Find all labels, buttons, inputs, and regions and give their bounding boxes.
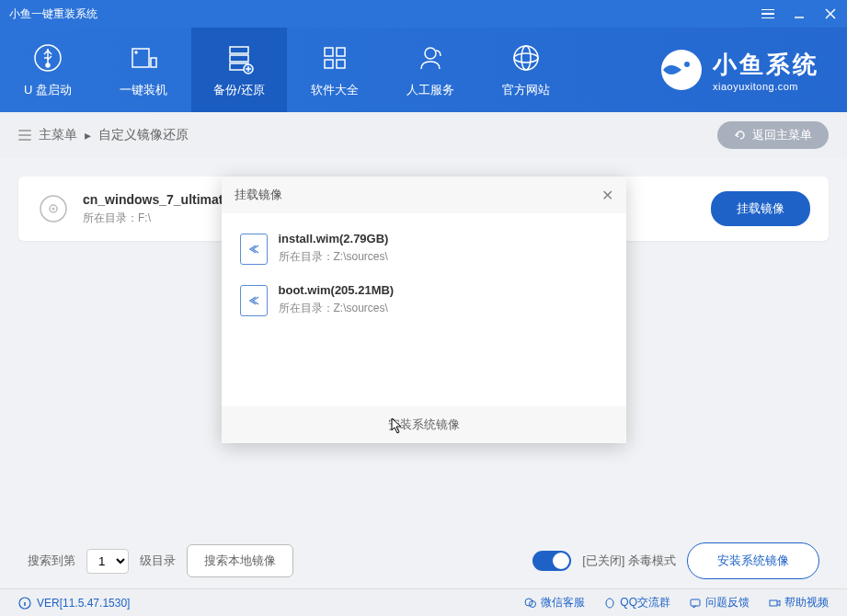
svg-rect-18: [337, 48, 345, 56]
svg-point-23: [514, 53, 538, 63]
svg-point-5: [46, 63, 50, 67]
minimize-button[interactable]: [792, 6, 807, 21]
wim-file-icon: [240, 285, 268, 316]
wim-name: boot.wim(205.21MB): [279, 283, 395, 297]
svg-point-22: [514, 46, 538, 70]
nav-label: 官方网站: [502, 82, 550, 98]
titlebar: 小鱼一键重装系统: [0, 0, 847, 28]
modal-install-button[interactable]: 安装系统镜像: [222, 406, 626, 443]
globe-icon: [509, 41, 543, 74]
usb-icon: [31, 41, 64, 74]
modal-overlay: 挂载镜像 ✕ install.wim(2.79GB) 所在目录：Z:\sourc…: [0, 112, 847, 616]
fish-icon: [659, 48, 704, 92]
nav-label: 软件大全: [311, 82, 359, 98]
nav-website[interactable]: 官方网站: [478, 28, 574, 112]
wim-path: 所在目录：Z:\sources\: [279, 249, 389, 265]
nav-one-click-install[interactable]: 一键装机: [96, 28, 191, 112]
logo-main-text: 小鱼系统: [713, 49, 819, 81]
cursor-icon: [391, 417, 404, 434]
svg-rect-19: [325, 60, 333, 68]
window-title: 小鱼一键重装系统: [9, 6, 97, 22]
close-icon[interactable]: ✕: [601, 187, 613, 204]
window-controls: [761, 6, 838, 21]
modal-header: 挂载镜像 ✕: [222, 177, 626, 213]
nav-label: 备份/还原: [213, 82, 265, 98]
svg-rect-20: [337, 60, 345, 68]
server-icon: [223, 41, 256, 74]
svg-rect-11: [230, 47, 248, 53]
nav-backup-restore[interactable]: 备份/还原: [191, 28, 287, 112]
logo-sub-text: xiaoyuxitong.com: [713, 81, 819, 92]
wim-item[interactable]: boot.wim(205.21MB) 所在目录：Z:\sources\: [222, 274, 626, 325]
nav-support[interactable]: 人工服务: [383, 28, 478, 112]
wim-name: install.wim(2.79GB): [279, 232, 389, 245]
menu-icon[interactable]: [761, 6, 775, 21]
close-button[interactable]: [823, 6, 838, 21]
svg-point-21: [425, 48, 436, 59]
nav-software[interactable]: 软件大全: [287, 28, 383, 112]
wim-item[interactable]: install.wim(2.79GB) 所在目录：Z:\sources\: [222, 222, 626, 274]
nav-label: 人工服务: [406, 82, 454, 98]
svg-point-26: [684, 62, 690, 67]
headset-icon: [414, 41, 447, 74]
wim-file-icon: [240, 234, 268, 265]
logo: 小鱼系统 xiaoyuxitong.com: [659, 48, 847, 92]
svg-point-10: [135, 51, 137, 53]
svg-rect-12: [230, 55, 248, 62]
modal-title: 挂载镜像: [235, 187, 282, 203]
svg-point-24: [521, 46, 531, 70]
svg-rect-9: [151, 58, 156, 67]
navbar: U 盘启动 一键装机 备份/还原 软件大全 人工服务 官方网站 小鱼系统: [0, 28, 847, 112]
mount-dialog: 挂载镜像 ✕ install.wim(2.79GB) 所在目录：Z:\sourc…: [222, 177, 626, 443]
modal-body: install.wim(2.79GB) 所在目录：Z:\sources\ boo…: [222, 213, 626, 406]
svg-rect-17: [325, 48, 333, 56]
nav-label: U 盘启动: [24, 82, 72, 98]
nav-label: 一键装机: [120, 82, 167, 98]
wim-path: 所在目录：Z:\sources\: [279, 301, 395, 316]
computer-icon: [127, 41, 160, 74]
grid-icon: [318, 41, 351, 74]
nav-usb-boot[interactable]: U 盘启动: [0, 28, 96, 112]
